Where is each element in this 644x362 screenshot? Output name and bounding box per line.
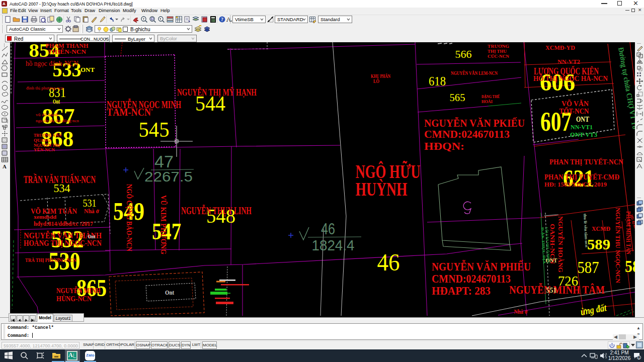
- svg-text:?: ?: [221, 17, 223, 22]
- svg-text:46: 46: [321, 220, 335, 238]
- svg-text:NGUYỄN THỊ MỸ HẠNH: NGUYỄN THỊ MỸ HẠNH: [177, 87, 257, 98]
- svg-text:565: 565: [450, 91, 465, 104]
- svg-text:VŨ KIM PHƯƠNG: VŨ KIM PHƯƠNG: [159, 195, 168, 254]
- svg-text:CMND:024670113: CMND:024670113: [424, 128, 510, 140]
- svg-text:NGUYỄN THỤY LINH: NGUYỄN THỤY LINH: [181, 204, 252, 217]
- svg-text:NGUYỄN MINH TÂM: NGUYỄN MINH TÂM: [509, 283, 605, 296]
- svg-text:NGUYỄN MINH: NGUYỄN MINH: [56, 286, 101, 295]
- svg-text:hồ ngọc đánh-NCN: hồ ngọc đánh-NCN: [26, 59, 78, 67]
- svg-text:VÕ VĂN: VÕ VĂN: [561, 99, 589, 108]
- svg-text:HÙNG-NCN: HÙNG-NCN: [56, 295, 92, 303]
- svg-text:đinh thị phương-ncn: đinh thị phương-ncn: [26, 86, 63, 90]
- svg-text:xemdsdd: xemdsdd: [34, 214, 56, 220]
- svg-text:HĐQN:: HĐQN:: [424, 140, 464, 152]
- svg-text:QUANG-: QUANG-: [34, 138, 52, 143]
- svg-text:THỊ THU: THỊ THU: [488, 49, 507, 54]
- svg-text:YÊN-NCN: YÊN-NCN: [34, 147, 55, 152]
- svg-text:HĐ: 1503/XD/CC-2019: HĐ: 1503/XD/CC-2019: [544, 180, 607, 188]
- svg-text:1824.4: 1824.4: [312, 237, 355, 253]
- svg-text:ONT-VT3: ONT-VT3: [570, 131, 597, 138]
- svg-text:LÔ: LÔ: [373, 78, 379, 84]
- svg-text:TÂM-NCN: TÂM-NCN: [107, 106, 151, 118]
- svg-text:1: 1: [638, 356, 640, 359]
- svg-text:TRẦN VĂN TUẤN-NCN: TRẦN VĂN TUẤN-NCN: [24, 173, 96, 185]
- svg-text:vũ đô thành: vũ đô thành: [36, 113, 58, 117]
- svg-text:HỒ THỊ NGỌC HÀ-NCN: HỒ THỊ NGỌC HÀ-NCN: [533, 74, 608, 82]
- svg-text:551: 551: [546, 287, 557, 294]
- svg-text:TRƯƠNG: TRƯƠNG: [488, 44, 509, 49]
- svg-text:THIÊN-NCN: THIÊN-NCN: [48, 48, 86, 55]
- svg-text:PHAN THỊ TUYẾT-NCN: PHAN THỊ TUYẾT-NCN: [549, 158, 623, 166]
- svg-text:hđyd:814/ddbd/cc /2017: hđyd:814/ddbd/cc /2017: [34, 220, 93, 227]
- svg-text:HĐAPT: 283: HĐAPT: 283: [432, 284, 491, 297]
- svg-text:HOÀI: HOÀI: [481, 99, 493, 104]
- svg-text:NGUYỄN HOÀNG: NGUYỄN HOÀNG: [557, 216, 565, 273]
- svg-text:589: 589: [587, 236, 610, 252]
- svg-text:HOÀNG THỊ NGỌC-NCN: HOÀNG THỊ NGỌC-NCN: [24, 238, 102, 248]
- svg-text:Nhà ở: Nhà ở: [514, 308, 528, 315]
- svg-text:NN-VT1: NN-VT1: [571, 123, 593, 131]
- svg-text:PHAN THỊ TUYẾT-CMĐ: PHAN THỊ TUYẾT-CMĐ: [544, 173, 619, 181]
- svg-text:XCMĐ-YD: XCMĐ-YD: [545, 44, 575, 51]
- svg-text:NGUYỄN THU NGỌC-NCN: NGUYỄN THU NGỌC-NCN: [614, 208, 622, 284]
- svg-text:566: 566: [455, 48, 472, 60]
- svg-text:nguyễn thị thu đông-ncn: nguyễn thị thu đông-ncn: [36, 119, 79, 123]
- svg-text:TRƯƠNG VĂN: TRƯƠNG VĂN: [34, 133, 61, 138]
- svg-text:545: 545: [139, 118, 170, 141]
- svg-text:CÚC-NCN: CÚC-NCN: [488, 54, 510, 59]
- svg-text:ĐẶNG THẾ: ĐẶNG THẾ: [481, 94, 500, 99]
- svg-text:TRÀ THỊ PHƯƠNG-NCN: TRÀ THỊ PHƯƠNG-NCN: [25, 257, 76, 263]
- svg-text:58: 58: [625, 257, 635, 276]
- svg-text:NGUYỄN VĂN LEM-NCN: NGUYỄN VĂN LEM-NCN: [451, 70, 498, 76]
- svg-text:thu lề vền tâm-ncn: thu lề vền tâm-ncn: [583, 214, 589, 248]
- svg-text:Đường tự chửa CHỢ VT Tổ: Đường tự chửa CHỢ VT Tổ: [617, 47, 635, 130]
- svg-text:2267.5: 2267.5: [144, 169, 193, 185]
- svg-text:NGÔ CỘNG BẢO-NCN: NGÔ CỘNG BẢO-NCN: [125, 184, 133, 251]
- svg-text:Nhà ở: Nhà ở: [84, 207, 100, 215]
- svg-text:46: 46: [377, 249, 400, 276]
- svg-text:618: 618: [429, 74, 446, 88]
- svg-text:XCMĐ: XCMĐ: [592, 225, 610, 232]
- svg-text:HUỲNH: HUỲNH: [356, 179, 408, 200]
- svg-text:Ont: Ont: [88, 233, 96, 239]
- svg-text:Ont: Ont: [165, 289, 174, 296]
- svg-text:47: 47: [154, 152, 174, 171]
- svg-text:ONT: ONT: [576, 116, 590, 123]
- svg-text:ừng đất: ừng đất: [580, 302, 608, 317]
- svg-text:CMND:024670113: CMND:024670113: [432, 272, 511, 285]
- svg-text:TỐT-NCN: TỐT-NCN: [559, 107, 589, 115]
- svg-text:NGUYỄN VĂN PHIẾU: NGUYỄN VĂN PHIẾU: [432, 259, 531, 273]
- svg-text:587: 587: [578, 258, 599, 277]
- svg-text:NN-VT2: NN-VT2: [557, 58, 580, 65]
- svg-text:A: A: [3, 163, 7, 169]
- svg-text:ONT: ONT: [80, 66, 95, 73]
